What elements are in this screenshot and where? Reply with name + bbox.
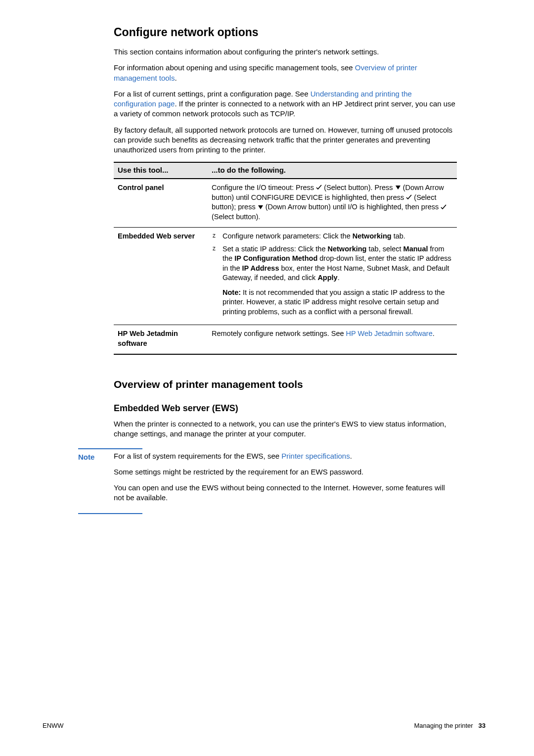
table-header-right: ...to do the following. [208,162,457,178]
list-item: z Set a static IP address: Click the Net… [212,244,453,317]
table-row-embedded-web: Embedded Web server z Configure network … [114,227,457,325]
cp-text-5: (Down Arrow button) until I/O is highlig… [264,203,441,211]
link-printer-specs[interactable]: Printer specifications [281,452,350,460]
b1-pre: Configure network parameters: Click the [222,232,353,240]
b1-post: tab. [392,232,405,240]
tools-table: Use this tool... ...to do the following.… [114,162,457,354]
note-para-2: Some settings might be restricted by the… [114,467,456,477]
note1-post: . [350,452,352,460]
note-inline-text: It is not recommended that you assign a … [222,288,445,316]
list-item: z Configure network parameters: Click th… [212,232,453,241]
note-block: Note For a list of system requirements f… [78,448,456,514]
note1-pre: For a list of system requirements for th… [114,452,281,460]
b2-bold4: IP Address [242,264,279,272]
intro3-pre-text: For a list of current settings, print a … [114,90,311,98]
select-check-icon [406,193,412,203]
row-content-jetadmin: Remotely configure network settings. See… [208,325,457,354]
intro2-post-text: . [175,74,177,82]
b2-seg1: Set a static IP address: Click the [222,245,328,253]
intro-paragraph-2: For information about opening and using … [114,63,456,83]
footer-page-number: 33 [479,722,486,729]
note-para-3: You can open and use the EWS without bei… [114,483,456,503]
row-label-jetadmin: HP Web Jetadmin software [114,325,208,354]
b1-bold: Networking [353,232,392,240]
cp-text-6: (Select button). [212,213,260,221]
intro-paragraph-4: By factory default, all supported networ… [114,125,456,155]
intro-paragraph-3: For a list of current settings, print a … [114,89,456,119]
row-content-embedded-web: z Configure network parameters: Click th… [208,227,457,325]
row3-seg2: . [433,330,435,337]
svg-marker-0 [396,186,400,189]
note-inline-label: Note: [222,288,241,296]
footer-left-text: ENWW [43,721,64,730]
down-arrow-icon [258,203,264,213]
row-label-control-panel: Control panel [114,179,208,228]
b2-seg2: tab, select [366,245,403,253]
footer-section-name: Managing the printer [414,722,473,729]
row-label-embedded-web: Embedded Web server [114,227,208,325]
link-hp-web-jetadmin[interactable]: HP Web Jetadmin software [346,330,433,337]
table-row-jetadmin: HP Web Jetadmin software Remotely config… [114,325,457,354]
b2-seg6: . [338,274,340,282]
note-bottom-rule [78,513,142,514]
row3-seg1: Remotely configure network settings. See [212,330,346,337]
note-para-1: For a list of system requirements for th… [114,451,456,461]
b2-bold2: Manual [403,245,428,253]
footer-right: Managing the printer 33 [414,721,486,730]
table-header-row: Use this tool... ...to do the following. [114,162,457,178]
b2-bold1: Networking [328,245,367,253]
note-top-rule [78,448,142,449]
cp-text-2: (Select button). Press [322,184,395,191]
select-check-icon [316,183,322,193]
section-heading-configure-network: Configure network options [114,25,456,40]
section-heading-overview-tools: Overview of printer management tools [114,378,456,391]
svg-marker-1 [258,205,263,209]
table-row-control-panel: Control panel Configure the I/O timeout:… [114,179,457,228]
down-arrow-icon [395,183,401,193]
b2-bold3: IP Configuration Method [234,254,317,262]
page-footer: ENWW Managing the printer 33 [0,721,534,730]
intro-paragraph-1: This section contains information about … [114,47,456,57]
ews-paragraph: When the printer is connected to a netwo… [114,419,456,439]
intro2-pre-text: For information about opening and using … [114,63,355,72]
row-content-control-panel: Configure the I/O timeout: Press (Select… [208,179,457,228]
table-header-left: Use this tool... [114,162,208,178]
select-check-icon [441,203,446,213]
b2-bold5: Apply [317,274,337,282]
cp-text-1: Configure the I/O timeout: Press [212,184,316,191]
subhead-ews: Embedded Web server (EWS) [114,402,456,414]
note-label: Note [78,451,114,462]
bullet-icon: z [213,232,216,239]
bullet-icon: z [213,244,216,252]
